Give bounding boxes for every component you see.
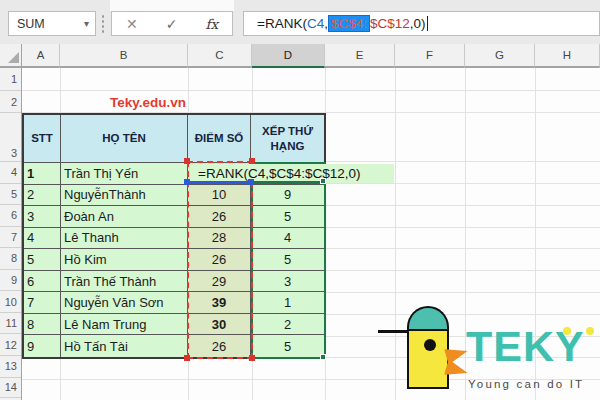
name-box[interactable]: SUM ▾ <box>8 11 96 36</box>
gridline <box>395 68 396 400</box>
cell-name[interactable]: Trần Thị Yến <box>61 163 188 185</box>
formula-toolbar: SUM ▾ ✕ ✓ fx =RANK(C4,$C$4:$C$12,0) <box>0 0 600 44</box>
range-handle[interactable] <box>248 179 254 185</box>
column-header-g[interactable]: G <box>465 44 535 68</box>
reference-border-c4 <box>187 181 251 184</box>
cell-stt[interactable]: 8 <box>24 314 61 336</box>
column-header-e[interactable]: E <box>325 44 395 68</box>
reference-range-border-c4-c12 <box>187 161 253 359</box>
text-cursor <box>427 16 428 31</box>
header-stt[interactable]: STT <box>24 115 61 163</box>
cell-name[interactable]: Hồ Tấn Tài <box>61 335 188 357</box>
row-header-1[interactable]: 1 <box>0 68 21 91</box>
column-header-c[interactable]: C <box>188 44 252 68</box>
header-diem-so[interactable]: ĐIỂM SỐ <box>188 115 251 163</box>
row-header-3[interactable]: 3 <box>0 113 21 162</box>
formula-segment: ,0) <box>410 16 426 31</box>
logo-dot-icon <box>563 327 571 335</box>
formula-ref-c4: C4 <box>307 16 324 31</box>
cell-name[interactable]: Nguyễn Văn Sơn <box>61 292 188 314</box>
active-cell-border-d4 <box>252 181 323 184</box>
cell-name[interactable]: NguyễnThành <box>61 185 188 207</box>
ribbon-remnant <box>110 0 234 11</box>
row-header-10[interactable]: 10 <box>0 291 21 313</box>
range-handle[interactable] <box>249 355 255 361</box>
row-header-6[interactable]: 6 <box>0 205 21 227</box>
row-header-12[interactable]: 12 <box>0 334 21 356</box>
cell-stt[interactable]: 1 <box>24 163 61 185</box>
name-box-dropdown-icon[interactable]: ▾ <box>84 18 95 29</box>
header-xep-thu-hang[interactable]: XẾP THỨ HẠNG <box>251 115 324 163</box>
cell-stt[interactable]: 5 <box>24 249 61 271</box>
range-handle[interactable] <box>184 179 190 185</box>
row-header-14[interactable]: 14 <box>0 378 21 398</box>
logo-tagline: Young can do IT <box>468 378 584 390</box>
column-header-a[interactable]: A <box>22 44 60 68</box>
cell-name[interactable]: Trần Thế Thành <box>61 271 188 293</box>
row-header-2[interactable]: 2 <box>0 91 21 113</box>
table-header-row: STT HỌ TÊN ĐIỂM SỐ XẾP THỨ HẠNG <box>24 115 324 163</box>
column-header-h[interactable]: H <box>535 44 600 68</box>
name-box-value: SUM <box>9 17 84 31</box>
column-header-d-active[interactable]: D <box>252 44 325 68</box>
formula-selected-ref: $C$4: <box>328 15 370 32</box>
column-headers: A B C D E F G H <box>22 44 600 68</box>
select-all-triangle-icon <box>8 52 19 63</box>
row-header-11[interactable]: 11 <box>0 313 21 335</box>
logo-bird-eye-icon <box>424 339 436 351</box>
fill-handle[interactable] <box>320 354 326 360</box>
range-handle[interactable] <box>320 178 326 184</box>
row-header-7[interactable]: 7 <box>0 227 21 249</box>
logo-brand-text: TEKY <box>466 322 600 371</box>
cell-name[interactable]: Hồ Kim <box>61 249 188 271</box>
row-header-5[interactable]: 5 <box>0 184 21 206</box>
selected-range-border-d4-d12 <box>251 162 326 359</box>
row-header-9[interactable]: 9 <box>0 270 21 292</box>
formula-buttons: ✕ ✓ fx <box>111 11 233 36</box>
watermark-text: Teky.edu.vn <box>110 95 186 110</box>
header-ho-ten[interactable]: HỌ TÊN <box>61 115 188 163</box>
column-header-f[interactable]: F <box>395 44 465 68</box>
insert-function-icon[interactable]: fx <box>205 16 218 32</box>
cell-stt[interactable]: 4 <box>24 228 61 250</box>
cell-stt[interactable]: 6 <box>24 271 61 293</box>
excel-window: SUM ▾ ✕ ✓ fx =RANK(C4,$C$4:$C$12,0) A B … <box>0 0 600 400</box>
enter-icon[interactable]: ✓ <box>166 16 178 32</box>
cell-stt[interactable]: 9 <box>24 335 61 357</box>
cell-name[interactable]: Lê Nam Trung <box>61 314 188 336</box>
row-header-13[interactable]: 13 <box>0 356 21 378</box>
column-header-b[interactable]: B <box>60 44 188 68</box>
row-header-8[interactable]: 8 <box>0 248 21 270</box>
row-headers: 1 2 3 4 5 6 7 8 9 10 11 12 13 14 <box>0 68 22 400</box>
gridline <box>22 90 600 91</box>
cell-stt[interactable]: 3 <box>24 206 61 228</box>
formula-bar-input[interactable]: =RANK(C4,$C$4:$C$12,0) <box>243 11 600 36</box>
select-all-button[interactable] <box>0 44 22 68</box>
range-handle[interactable] <box>184 158 190 164</box>
logo-dot-icon <box>586 327 594 335</box>
logo-bird-body <box>407 329 449 389</box>
range-handle[interactable] <box>184 355 190 361</box>
cell-stt[interactable]: 7 <box>24 292 61 314</box>
cell-name[interactable]: Đoàn An <box>61 206 188 228</box>
formula-ref-range: $C$12 <box>370 16 410 31</box>
logo-bird-head <box>407 306 449 330</box>
formula-segment: =RANK( <box>257 16 307 31</box>
cancel-icon[interactable]: ✕ <box>126 16 138 32</box>
row-header-4[interactable]: 4 <box>0 162 21 184</box>
toolbar-divider-dots <box>101 14 105 33</box>
range-handle[interactable] <box>249 158 255 164</box>
cell-name[interactable]: Lê Thanh <box>61 228 188 250</box>
cell-stt[interactable]: 2 <box>24 185 61 207</box>
